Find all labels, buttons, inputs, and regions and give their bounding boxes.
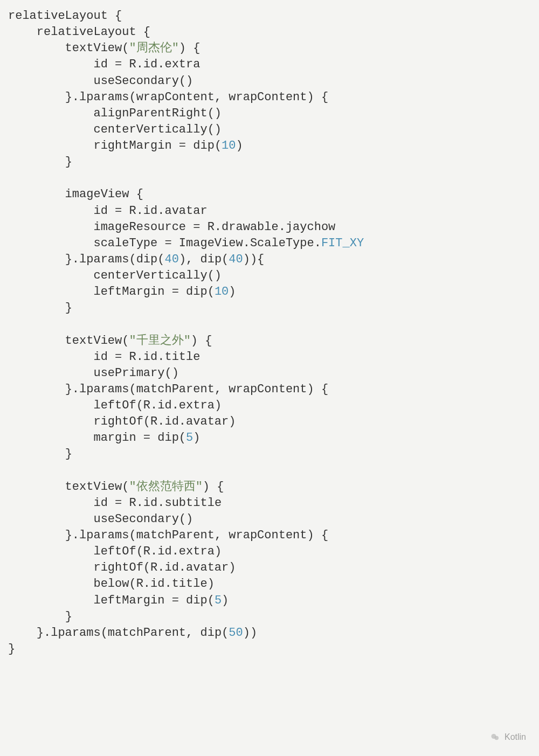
string-literal: "依然范特西"	[129, 480, 202, 494]
string-literal: "周杰伦"	[129, 41, 178, 55]
string-literal: "千里之外"	[129, 334, 190, 348]
code-block: relativeLayout { relativeLayout { textVi…	[8, 8, 531, 657]
